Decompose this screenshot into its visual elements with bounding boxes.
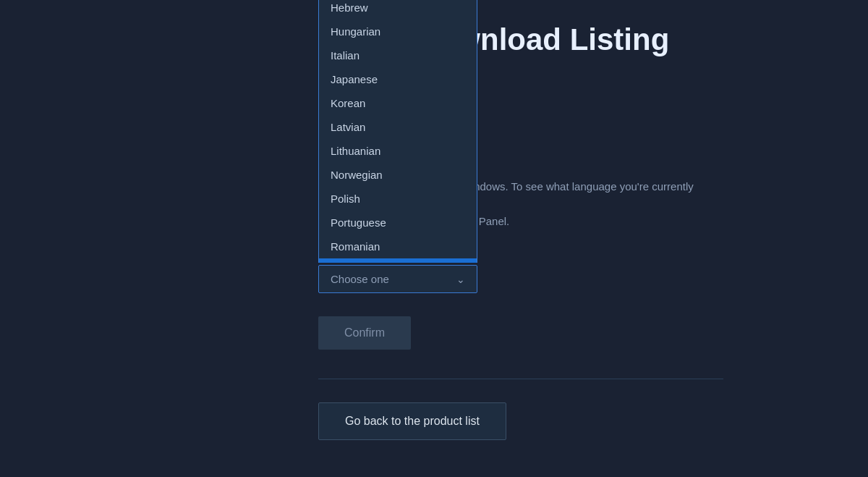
dropdown-item-latvian[interactable]: Latvian (319, 115, 477, 139)
main-content: ftware Download Listing on Windows 11 22… (0, 0, 868, 477)
dropdown-placeholder: Choose one (331, 273, 389, 285)
dropdown-item-lithuanian[interactable]: Lithuanian (319, 139, 477, 163)
dropdown-item-portuguese[interactable]: Portuguese (319, 211, 477, 235)
dropdown-item-russian[interactable]: Russian (319, 258, 477, 263)
divider (318, 379, 723, 379)
back-to-list-button[interactable]: Go back to the product list (318, 402, 506, 440)
chevron-down-icon: ⌄ (456, 274, 465, 285)
dropdown-item-romanian[interactable]: Romanian (319, 235, 477, 258)
dropdown-item-hungarian[interactable]: Hungarian (319, 20, 477, 43)
dropdown-item-italian[interactable]: Italian (319, 43, 477, 67)
dropdown-list[interactable]: HebrewHungarianItalianJapaneseKoreanLatv… (318, 0, 477, 263)
dropdown-item-japanese[interactable]: Japanese (319, 67, 477, 91)
dropdown-item-norwegian[interactable]: Norwegian (319, 163, 477, 187)
dropdown-item-hebrew[interactable]: Hebrew (319, 0, 477, 20)
language-dropdown-area[interactable]: HebrewHungarianItalianJapaneseKoreanLatv… (318, 265, 477, 293)
confirm-button[interactable]: Confirm (318, 316, 411, 350)
dropdown-trigger[interactable]: Choose one ⌄ (318, 265, 477, 293)
dropdown-item-korean[interactable]: Korean (319, 91, 477, 115)
dropdown-item-polish[interactable]: Polish (319, 187, 477, 211)
